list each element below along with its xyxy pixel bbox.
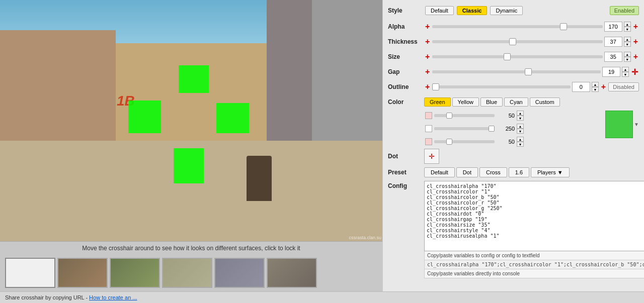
config-copy-line[interactable]: cl_crosshairalpha "170";cl_crosshaircolo…: [424, 260, 644, 269]
color-custom-button[interactable]: Custom: [530, 97, 560, 107]
color-r-spin-up[interactable]: ▲: [517, 111, 524, 116]
color-blue-button[interactable]: Blue: [480, 97, 503, 107]
outline-slider-track[interactable]: [432, 85, 571, 88]
outline-spin-down[interactable]: ▼: [592, 87, 599, 92]
color-row: Color Green Yellow Blue Cyan Custom: [388, 95, 639, 109]
thickness-spin-down[interactable]: ▼: [624, 42, 631, 47]
config-copy-hint1: Copy/paste variables to config or config…: [424, 251, 644, 260]
color-r-checkbox[interactable]: [425, 112, 432, 119]
color-g-spin-up[interactable]: ▲: [517, 124, 524, 129]
thickness-slider-thumb[interactable]: [509, 38, 516, 45]
thickness-value[interactable]: 37: [604, 37, 622, 47]
enabled-badge[interactable]: Enabled: [610, 6, 639, 15]
alpha-spin: ▲ ▼: [624, 22, 631, 32]
config-row: Config cl_crosshairalpha "170" cl_crossh…: [388, 181, 639, 278]
alpha-slider-track[interactable]: [432, 25, 602, 28]
gap-row: Gap + 19 ▲ ▼ ✛: [388, 65, 639, 78]
thickness-row: Thickness + 37 ▲ ▼ +: [388, 35, 639, 48]
alpha-value[interactable]: 170: [604, 22, 622, 32]
gap-slider-track[interactable]: [432, 70, 601, 73]
color-r-value: 50: [497, 113, 515, 119]
outline-spin-up[interactable]: ▲: [592, 82, 599, 87]
color-b-spin-up[interactable]: ▲: [517, 137, 524, 142]
color-r-thumb[interactable]: [446, 113, 452, 119]
color-r-spin-down[interactable]: ▼: [517, 116, 524, 121]
preset-row: Preset Default Dot Cross 1.6 Players ▼: [388, 166, 639, 179]
color-g-spin-down[interactable]: ▼: [517, 129, 524, 134]
thumb-dark[interactable]: [267, 258, 317, 288]
size-plus-button[interactable]: +: [632, 52, 639, 61]
hint-text: Move the crosshair around to see how it …: [82, 245, 300, 252]
config-copy-hint2: Copy/paste variables directly into conso…: [424, 269, 644, 278]
color-yellow-button[interactable]: Yellow: [452, 97, 479, 107]
preset-16-button[interactable]: 1.6: [509, 167, 529, 177]
game-view[interactable]: 1B cssrasta.clan.su: [0, 0, 382, 241]
thickness-spin-up[interactable]: ▲: [624, 37, 631, 42]
gap-slider-thumb[interactable]: [525, 68, 532, 75]
share-link[interactable]: How to create an ...: [89, 294, 137, 300]
alpha-spin-down[interactable]: ▼: [624, 27, 631, 32]
size-spin-up[interactable]: ▲: [624, 52, 631, 57]
crosshair-square-right: [216, 103, 249, 133]
size-slider-thumb[interactable]: [504, 53, 511, 60]
crosshair-square-left: [128, 100, 161, 133]
color-g-slider[interactable]: [434, 127, 495, 130]
color-b-checkbox[interactable]: [425, 138, 432, 145]
color-b-spin-down[interactable]: ▼: [517, 142, 524, 147]
alpha-slider-thumb[interactable]: [560, 23, 567, 30]
alpha-row: Alpha + 170 ▲ ▼ +: [388, 20, 639, 33]
size-slider-track[interactable]: [432, 55, 602, 58]
outline-row: Outline + 0 ▲ ▼ + Disabled: [388, 80, 639, 93]
preset-cross-button[interactable]: Cross: [479, 167, 507, 177]
gap-crosshair-icon[interactable]: ✛: [630, 67, 639, 77]
color-b-value: 50: [497, 139, 515, 145]
gap-spin-up[interactable]: ▲: [622, 67, 629, 72]
thickness-minus-button[interactable]: +: [424, 38, 431, 46]
outline-value[interactable]: 0: [572, 82, 590, 92]
outline-slider-thumb[interactable]: [432, 83, 439, 90]
size-spin-down[interactable]: ▼: [624, 57, 631, 62]
gap-spin-down[interactable]: ▼: [622, 72, 629, 77]
color-g-checkbox[interactable]: [425, 125, 432, 132]
color-dropdown-arrow[interactable]: ▼: [634, 122, 639, 127]
color-r-slider[interactable]: [434, 114, 495, 117]
color-g-thumb[interactable]: [489, 126, 495, 132]
thickness-plus-button[interactable]: +: [632, 37, 639, 46]
thickness-slider-track[interactable]: [432, 40, 602, 43]
thumb-indoor[interactable]: [214, 258, 265, 288]
outline-plus-button[interactable]: +: [600, 82, 607, 91]
color-cyan-button[interactable]: Cyan: [504, 97, 528, 107]
bottom-bar: Share crosshair by copying URL - How to …: [0, 291, 644, 303]
alpha-minus-button[interactable]: +: [424, 23, 431, 31]
style-default-button[interactable]: Default: [425, 6, 454, 15]
color-b-slider[interactable]: [434, 140, 495, 143]
thickness-slider-container: + 37 ▲ ▼ +: [424, 37, 639, 47]
thumb-forest[interactable]: [110, 258, 160, 288]
thumb-desert[interactable]: [57, 258, 108, 288]
alpha-plus-button[interactable]: +: [632, 22, 639, 31]
color-preview: [605, 111, 633, 138]
style-classic-button[interactable]: Classic: [457, 6, 488, 15]
preset-dot-button[interactable]: Dot: [456, 167, 478, 177]
outline-minus-button[interactable]: +: [424, 83, 431, 91]
gap-spin: ▲ ▼: [622, 67, 629, 77]
size-value[interactable]: 35: [604, 52, 622, 62]
disabled-badge[interactable]: Disabled: [608, 82, 639, 91]
style-dynamic-button[interactable]: Dynamic: [490, 6, 523, 15]
size-minus-button[interactable]: +: [424, 53, 431, 61]
config-textarea[interactable]: cl_crosshairalpha "170" cl_crosshaircolo…: [424, 181, 644, 251]
thumb-urban[interactable]: [162, 258, 212, 288]
dot-crosshair-icon[interactable]: ✛: [424, 149, 439, 164]
preset-buttons: Default Dot Cross 1.6 Players ▼: [424, 167, 570, 177]
gap-minus-button[interactable]: +: [424, 68, 431, 76]
color-green-button[interactable]: Green: [424, 97, 451, 107]
share-text: Share crosshair by copying URL -: [5, 294, 89, 300]
size-row: Size + 35 ▲ ▼ +: [388, 50, 639, 63]
crosshair-square-top: [179, 65, 209, 93]
preset-default-button[interactable]: Default: [424, 167, 455, 177]
thumb-white[interactable]: [5, 258, 55, 288]
gap-value[interactable]: 19: [602, 67, 620, 77]
preset-players-button[interactable]: Players ▼: [531, 167, 570, 177]
color-b-thumb[interactable]: [446, 139, 452, 145]
alpha-spin-up[interactable]: ▲: [624, 22, 631, 27]
